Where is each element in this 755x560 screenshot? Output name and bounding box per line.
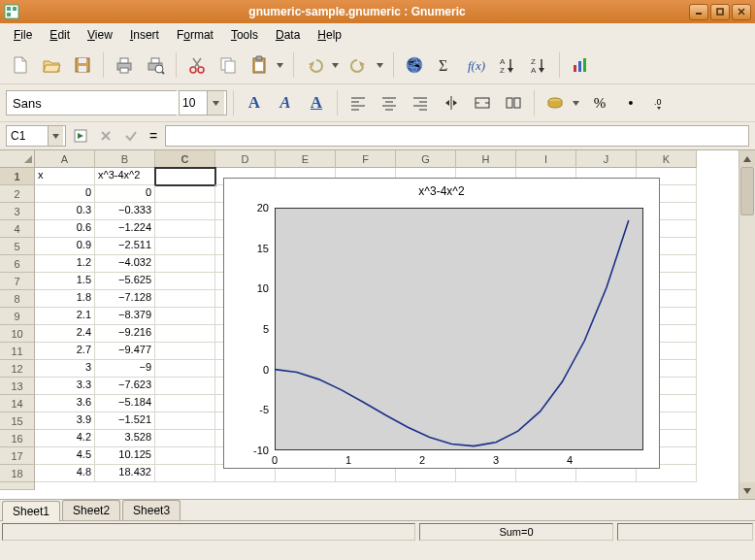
cell-B15[interactable]: −1.521: [95, 412, 155, 430]
menu-view[interactable]: View: [80, 25, 120, 45]
row-header-7[interactable]: 7: [0, 273, 35, 290]
cell-B3[interactable]: −0.333: [95, 203, 155, 220]
menu-help[interactable]: Help: [310, 25, 349, 45]
align-center-button[interactable]: [375, 88, 404, 117]
cell-A15[interactable]: 3.9: [35, 412, 95, 430]
window-close-button[interactable]: [732, 4, 751, 20]
cell-C12[interactable]: [155, 360, 215, 378]
currency-button[interactable]: [541, 88, 570, 117]
cell-A13[interactable]: 3.3: [35, 378, 95, 395]
row-header-18[interactable]: 18: [0, 465, 35, 482]
merge-cells-button[interactable]: [468, 88, 497, 117]
redo-button[interactable]: [345, 50, 374, 80]
cell-A16[interactable]: 4.2: [35, 430, 95, 447]
italic-button[interactable]: A: [271, 88, 300, 117]
cell-C14[interactable]: [155, 395, 215, 412]
hyperlink-button[interactable]: [400, 50, 429, 80]
cell-A8[interactable]: 1.8: [35, 290, 95, 308]
print-button[interactable]: [110, 50, 139, 80]
cell-A17[interactable]: 4.5: [35, 447, 95, 465]
menu-file[interactable]: File: [6, 25, 40, 45]
print-preview-button[interactable]: [141, 50, 170, 80]
cut-button[interactable]: [182, 50, 212, 80]
row-header-15[interactable]: 15: [0, 412, 35, 430]
percent-button[interactable]: %: [585, 88, 614, 117]
column-header-J[interactable]: J: [576, 150, 637, 168]
cell-C16[interactable]: [155, 430, 215, 447]
row-header-1[interactable]: 1: [0, 168, 35, 185]
window-maximize-button[interactable]: [710, 4, 730, 20]
copy-button[interactable]: [213, 50, 243, 80]
goto-button[interactable]: [70, 125, 91, 147]
sheet-tab-sheet1[interactable]: Sheet1: [2, 501, 60, 521]
row-header-3[interactable]: 3: [0, 203, 35, 220]
cell-A3[interactable]: 0.3: [35, 203, 95, 220]
menu-tools[interactable]: Tools: [223, 25, 266, 45]
cell-C3[interactable]: [155, 203, 215, 220]
sort-desc-button[interactable]: ZA: [524, 50, 553, 80]
sort-asc-button[interactable]: AZ: [493, 50, 522, 80]
cell-B11[interactable]: −9.477: [95, 343, 155, 360]
cell-reference-input[interactable]: [7, 129, 48, 143]
align-left-button[interactable]: [344, 88, 373, 117]
cell-A5[interactable]: 0.9: [35, 238, 95, 255]
row-header-10[interactable]: 10: [0, 325, 35, 343]
font-size-combo[interactable]: [179, 90, 227, 115]
cell-C5[interactable]: [155, 238, 215, 255]
column-header-E[interactable]: E: [276, 150, 336, 168]
cell-B1[interactable]: x^3-4x^2: [95, 168, 155, 185]
paste-dropdown[interactable]: [274, 50, 287, 80]
accept-edit-button[interactable]: [120, 125, 142, 147]
paste-button[interactable]: [245, 50, 274, 80]
cell-C13[interactable]: [155, 378, 215, 395]
cell-B14[interactable]: −5.184: [95, 395, 155, 412]
save-file-button[interactable]: [68, 50, 97, 80]
align-right-button[interactable]: [406, 88, 435, 117]
new-file-button[interactable]: [6, 50, 35, 80]
cell-A7[interactable]: 1.5: [35, 273, 95, 290]
font-name-input[interactable]: [7, 91, 181, 115]
spreadsheet-area[interactable]: ABCDEFGHIJK 1xx^3-4x^220030.3−0.33340.6−…: [0, 150, 755, 500]
cell-C4[interactable]: [155, 220, 215, 238]
cell-A14[interactable]: 3.6: [35, 395, 95, 412]
cell-B8[interactable]: −7.128: [95, 290, 155, 308]
cell-B16[interactable]: 3.528: [95, 430, 155, 447]
menu-data[interactable]: Data: [268, 25, 308, 45]
vertical-scrollbar[interactable]: [739, 150, 755, 499]
cell-B2[interactable]: 0: [95, 185, 155, 203]
column-header-I[interactable]: I: [516, 150, 576, 168]
cell-A1[interactable]: x: [35, 168, 95, 185]
function-button[interactable]: f(x): [462, 50, 491, 80]
open-file-button[interactable]: [37, 50, 66, 80]
cell-B18[interactable]: 18.432: [95, 465, 155, 482]
cell-C15[interactable]: [155, 412, 215, 430]
status-sum[interactable]: Sum=0: [419, 523, 613, 541]
row-header-16[interactable]: 16: [0, 430, 35, 447]
column-header-H[interactable]: H: [456, 150, 516, 168]
cell-C17[interactable]: [155, 447, 215, 465]
window-minimize-button[interactable]: [689, 4, 708, 20]
row-header-11[interactable]: 11: [0, 343, 35, 360]
cell-B12[interactable]: −9: [95, 360, 155, 378]
cell-C2[interactable]: [155, 185, 215, 203]
cancel-edit-button[interactable]: [95, 125, 116, 147]
bold-button[interactable]: A: [240, 88, 269, 117]
scroll-thumb[interactable]: [740, 167, 754, 215]
column-header-D[interactable]: D: [215, 150, 276, 168]
cell-C7[interactable]: [155, 273, 215, 290]
cell-A18[interactable]: 4.8: [35, 465, 95, 482]
row-header-13[interactable]: 13: [0, 378, 35, 395]
increase-decimals-button[interactable]: .0: [647, 88, 676, 117]
redo-dropdown[interactable]: [374, 50, 387, 80]
row-header-9[interactable]: 9: [0, 308, 35, 325]
font-size-input[interactable]: [180, 91, 207, 115]
cell-A9[interactable]: 2.1: [35, 308, 95, 325]
row-header-2[interactable]: 2: [0, 185, 35, 203]
sheet-tab-sheet3[interactable]: Sheet3: [122, 500, 181, 520]
row-header-8[interactable]: 8: [0, 290, 35, 308]
undo-button[interactable]: [300, 50, 329, 80]
column-header-K[interactable]: K: [637, 150, 697, 168]
row-header-4[interactable]: 4: [0, 220, 35, 238]
formula-input[interactable]: [165, 125, 749, 147]
row-header-6[interactable]: 6: [0, 255, 35, 273]
